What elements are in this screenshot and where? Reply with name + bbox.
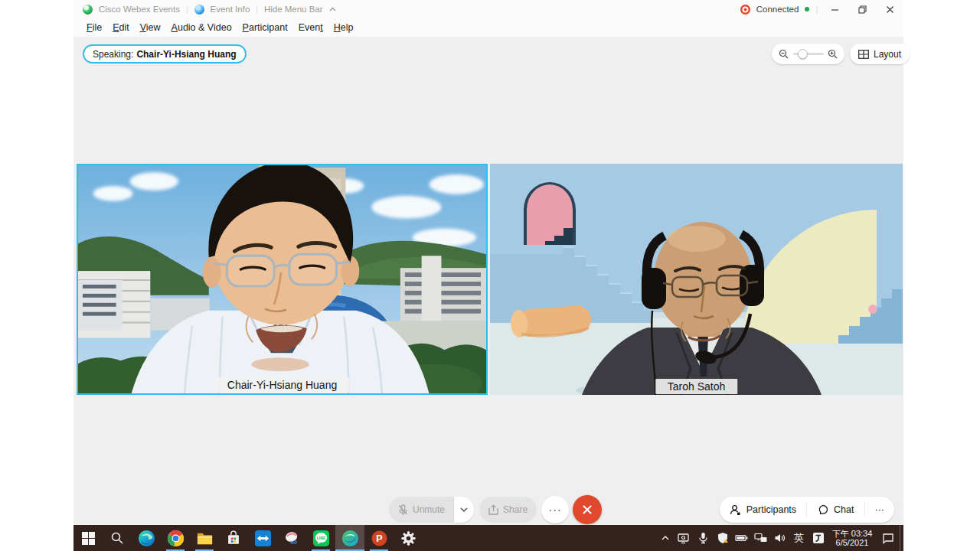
network-button[interactable] bbox=[751, 525, 770, 551]
event-info-button[interactable]: Event Info bbox=[211, 5, 250, 14]
taskbar-powerpoint[interactable]: P bbox=[364, 525, 394, 551]
ime-mode-icon bbox=[812, 532, 825, 544]
maximize-button[interactable] bbox=[851, 1, 873, 18]
taskbar-teamviewer[interactable] bbox=[248, 525, 277, 551]
meet-now-button[interactable] bbox=[675, 525, 694, 551]
share-icon bbox=[488, 504, 498, 515]
unmute-options-button[interactable] bbox=[454, 497, 474, 523]
shield-icon bbox=[717, 532, 729, 544]
share-button[interactable]: Share bbox=[479, 497, 537, 523]
menu-help[interactable]: Help bbox=[328, 21, 359, 34]
captured-screen: Cisco Webex Events | Event Info | Hide M… bbox=[74, 0, 903, 551]
taskbar-app[interactable] bbox=[277, 525, 306, 551]
taskbar-file-explorer[interactable] bbox=[190, 525, 219, 551]
recording-status-icon bbox=[740, 5, 750, 15]
clock-time: 下午 03:34 bbox=[829, 529, 875, 538]
taskbar-edge[interactable] bbox=[132, 525, 161, 551]
menu-edit[interactable]: Edit bbox=[107, 21, 135, 34]
taskbar-store[interactable] bbox=[219, 525, 248, 551]
titlebar-separator: | bbox=[186, 5, 188, 14]
menu-event[interactable]: Event bbox=[293, 21, 328, 34]
tray-microphone-button[interactable] bbox=[694, 525, 713, 551]
zoom-slider-knob[interactable] bbox=[798, 49, 808, 59]
close-x-icon bbox=[582, 504, 593, 515]
microsoft-store-icon bbox=[225, 530, 242, 546]
participants-icon bbox=[730, 504, 741, 516]
more-dots: ··· bbox=[875, 504, 885, 515]
ime-mode-button[interactable] bbox=[808, 525, 828, 551]
search-icon bbox=[110, 531, 124, 545]
battery-button[interactable] bbox=[732, 525, 751, 551]
grid-layout-icon bbox=[858, 50, 869, 59]
hidden-icons-button[interactable] bbox=[655, 525, 675, 551]
close-button[interactable] bbox=[879, 1, 900, 18]
more-panels-button[interactable]: ··· bbox=[865, 497, 895, 523]
webex-icon bbox=[341, 530, 359, 547]
taskbar-webex[interactable] bbox=[335, 525, 364, 551]
connected-green-dot bbox=[805, 7, 809, 11]
participants-button[interactable]: Participants bbox=[720, 497, 806, 523]
minimize-button[interactable] bbox=[824, 1, 845, 18]
svg-text:LINE: LINE bbox=[316, 535, 325, 540]
chat-label: Chat bbox=[834, 504, 854, 515]
action-center-icon bbox=[882, 533, 894, 544]
chat-icon bbox=[817, 504, 828, 516]
network-ethernet-icon bbox=[754, 533, 767, 543]
file-explorer-icon bbox=[196, 530, 214, 547]
taskbar-settings[interactable] bbox=[394, 525, 423, 551]
speaker-icon bbox=[774, 533, 786, 543]
chrome-icon bbox=[167, 530, 185, 547]
taskbar-start-button[interactable] bbox=[74, 525, 103, 551]
show-desktop-button[interactable] bbox=[900, 525, 903, 551]
video-feed-taroh-satoh[interactable]: Taroh Satoh bbox=[490, 164, 903, 395]
defender-button[interactable] bbox=[713, 525, 732, 551]
powerpoint-icon: P bbox=[371, 530, 388, 547]
windows-start-icon bbox=[82, 532, 95, 545]
line-icon: LINE bbox=[312, 530, 330, 547]
mic-muted-icon bbox=[398, 504, 408, 516]
menu-file[interactable]: File bbox=[81, 21, 107, 34]
call-controls: Unmute Share ··· bbox=[389, 494, 602, 525]
hide-menu-bar-button[interactable]: Hide Menu Bar bbox=[264, 5, 323, 14]
meeting-stage: Speaking: Chair-Yi-Hsiang Huang bbox=[74, 37, 903, 525]
participants-label: Participants bbox=[746, 504, 796, 515]
menu-audio-video[interactable]: Audio & Video bbox=[166, 21, 237, 34]
taskbar-chrome[interactable] bbox=[161, 525, 190, 551]
leave-meeting-button[interactable] bbox=[573, 495, 602, 524]
zoom-control bbox=[772, 44, 844, 64]
zoom-in-icon[interactable] bbox=[828, 49, 838, 59]
more-options-button[interactable]: ··· bbox=[541, 496, 569, 523]
speaking-prefix: Speaking: bbox=[93, 49, 133, 60]
edge-icon bbox=[138, 530, 155, 547]
system-tray: 英 下午 03:34 6/5/2021 bbox=[655, 525, 903, 551]
app-title: Cisco Webex Events bbox=[99, 5, 180, 14]
video-scene-abstract-room bbox=[490, 164, 903, 395]
menu-view[interactable]: View bbox=[135, 21, 166, 34]
action-center-button[interactable] bbox=[877, 525, 900, 551]
chat-button[interactable]: Chat bbox=[807, 497, 864, 523]
taskbar-clock[interactable]: 下午 03:34 6/5/2021 bbox=[828, 529, 877, 547]
titlebar-separator: | bbox=[815, 5, 818, 14]
ime-language-button[interactable]: 英 bbox=[789, 525, 808, 551]
battery-icon bbox=[735, 533, 748, 543]
participant-name-label: Chair-Yi-Hsiang Huang bbox=[215, 377, 349, 393]
event-info-icon bbox=[194, 5, 204, 15]
menu-participant[interactable]: Participant bbox=[237, 21, 293, 34]
layout-label: Layout bbox=[874, 49, 901, 60]
unmute-button[interactable]: Unmute bbox=[389, 497, 454, 523]
speaking-indicator: Speaking: Chair-Yi-Hsiang Huang bbox=[83, 44, 247, 64]
taskbar-line[interactable]: LINE bbox=[306, 525, 335, 551]
share-label: Share bbox=[503, 504, 528, 515]
windows-taskbar: LINE P bbox=[74, 525, 903, 551]
volume-button[interactable] bbox=[770, 525, 789, 551]
chevron-up-icon[interactable] bbox=[329, 7, 336, 12]
gear-icon bbox=[400, 530, 416, 546]
titlebar-separator: | bbox=[256, 5, 258, 14]
svg-text:P: P bbox=[376, 533, 382, 543]
zoom-slider-track[interactable] bbox=[793, 53, 824, 55]
speaking-name: Chair-Yi-Hsiang Huang bbox=[136, 49, 236, 60]
zoom-out-icon[interactable] bbox=[779, 49, 789, 59]
taskbar-search-button[interactable] bbox=[103, 525, 132, 551]
video-feed-chair-yi-hsiang-huang[interactable]: Chair-Yi-Hsiang Huang bbox=[77, 164, 488, 395]
layout-button[interactable]: Layout bbox=[850, 44, 910, 64]
